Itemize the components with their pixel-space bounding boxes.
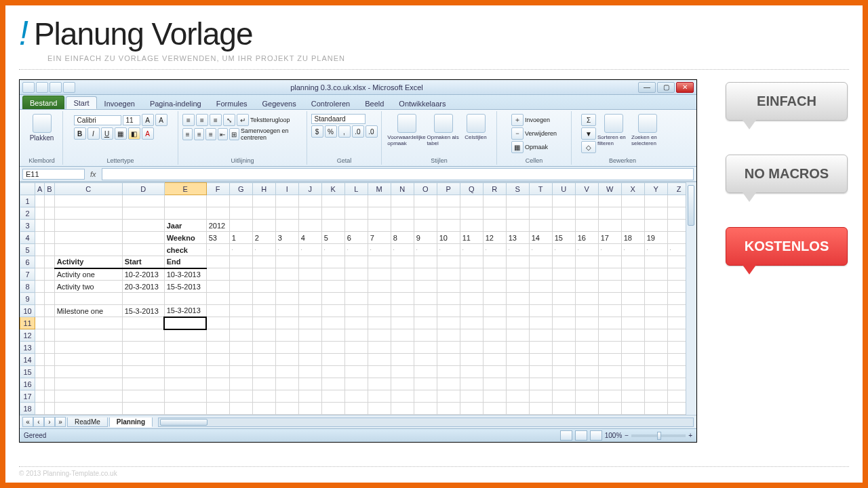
cell-Y16[interactable]: [644, 378, 667, 390]
cell-I12[interactable]: [275, 329, 298, 342]
file-tab[interactable]: Bestand: [22, 96, 64, 109]
cell-F13[interactable]: [206, 342, 229, 354]
cell-F10[interactable]: [206, 305, 229, 317]
cell-B4[interactable]: [45, 232, 54, 244]
cell-W16[interactable]: [598, 378, 621, 390]
save-icon[interactable]: [36, 82, 48, 93]
cell-T16[interactable]: [529, 378, 552, 390]
cell-D13[interactable]: [122, 342, 164, 354]
view-layout-icon[interactable]: [575, 430, 587, 441]
cell-B13[interactable]: [45, 342, 54, 354]
cell-Y17[interactable]: [644, 390, 667, 403]
cell-E8[interactable]: 15-5-2013: [164, 281, 206, 293]
cell-J8[interactable]: [298, 281, 321, 293]
tab-start[interactable]: Start: [66, 96, 96, 109]
tab-pagina[interactable]: Pagina-indeling: [142, 97, 209, 109]
cell-I3[interactable]: [275, 220, 298, 232]
cell-W1[interactable]: [598, 195, 621, 207]
cell-E1[interactable]: [164, 195, 206, 207]
shrink-font-icon[interactable]: A: [155, 114, 167, 126]
cell-D8[interactable]: 20-3-2013: [122, 281, 164, 293]
sheet-tab-readme[interactable]: ReadMe: [67, 418, 108, 427]
col-header-I[interactable]: I: [275, 183, 298, 195]
cell-E16[interactable]: [164, 378, 206, 390]
cell-H7[interactable]: [252, 268, 275, 281]
cell-X11[interactable]: [621, 317, 644, 329]
cell-N1[interactable]: [391, 195, 414, 207]
cell-O11[interactable]: [414, 317, 437, 329]
cell-E4[interactable]: Weekno: [164, 232, 206, 244]
cell-X3[interactable]: [621, 220, 644, 232]
cell-Y6[interactable]: [644, 256, 667, 268]
cell-C6[interactable]: Activity: [54, 256, 122, 268]
cell-G10[interactable]: [229, 305, 252, 317]
cell-C7[interactable]: Activity one: [54, 268, 122, 281]
cell-I15[interactable]: [275, 366, 298, 378]
cell-F11[interactable]: [206, 317, 229, 329]
cell-G9[interactable]: [229, 293, 252, 305]
cell-O12[interactable]: [414, 329, 437, 342]
row-header-1[interactable]: 1: [20, 195, 35, 207]
cell-R14[interactable]: [483, 354, 506, 366]
cell-N5[interactable]: ·: [391, 244, 414, 256]
tab-beeld[interactable]: Beeld: [357, 97, 391, 109]
cell-O2[interactable]: [414, 207, 437, 220]
cell-U11[interactable]: [552, 317, 575, 329]
cell-E7[interactable]: 10-3-2013: [164, 268, 206, 281]
cell-D10[interactable]: 15-3-2013: [122, 305, 164, 317]
cell-N18[interactable]: [391, 403, 414, 415]
cell-F4[interactable]: 53: [206, 232, 229, 244]
cell-M7[interactable]: [368, 268, 391, 281]
cell-A8[interactable]: [35, 281, 45, 293]
cell-T11[interactable]: [529, 317, 552, 329]
merge-button[interactable]: ⊞Samenvoegen en centreren: [229, 127, 302, 141]
cell-M2[interactable]: [368, 207, 391, 220]
cell-S4[interactable]: 13: [506, 232, 529, 244]
cell-V15[interactable]: [575, 366, 598, 378]
cell-O15[interactable]: [414, 366, 437, 378]
worksheet-grid[interactable]: ABCDEFGHIJKLMNOPQRSTUVWXYZ123Jaar20124We…: [20, 182, 696, 415]
row-header-10[interactable]: 10: [20, 305, 35, 317]
cell-Y19[interactable]: [644, 415, 667, 415]
cell-L4[interactable]: 6: [344, 232, 368, 244]
cell-F12[interactable]: [206, 329, 229, 342]
zoom-slider[interactable]: [631, 434, 686, 437]
row-header-6[interactable]: 6: [20, 256, 35, 268]
cell-C3[interactable]: [54, 220, 122, 232]
col-header-F[interactable]: F: [206, 183, 229, 195]
cell-Y3[interactable]: [644, 220, 667, 232]
cond-format-button[interactable]: Voorwaardelijke opmaak: [388, 114, 426, 146]
tab-invoegen[interactable]: Invoegen: [97, 97, 142, 109]
cell-F1[interactable]: [206, 195, 229, 207]
cell-P13[interactable]: [437, 342, 460, 354]
cell-U16[interactable]: [552, 378, 575, 390]
cell-N19[interactable]: [391, 415, 414, 415]
cell-K18[interactable]: [321, 403, 344, 415]
view-normal-icon[interactable]: [560, 430, 572, 441]
cell-W12[interactable]: [598, 329, 621, 342]
cell-K19[interactable]: [321, 415, 344, 415]
cell-Q6[interactable]: [460, 256, 483, 268]
cell-K17[interactable]: [321, 390, 344, 403]
cell-I18[interactable]: [275, 403, 298, 415]
cell-I16[interactable]: [275, 378, 298, 390]
cell-Q11[interactable]: [460, 317, 483, 329]
cell-R15[interactable]: [483, 366, 506, 378]
insert-row-button[interactable]: ＋Invoegen: [511, 114, 557, 126]
cell-B19[interactable]: [45, 415, 54, 415]
cell-G17[interactable]: [229, 390, 252, 403]
row-header-2[interactable]: 2: [20, 207, 35, 220]
cell-D14[interactable]: [122, 354, 164, 366]
cell-A7[interactable]: [35, 268, 45, 281]
cell-P8[interactable]: [437, 281, 460, 293]
cell-H2[interactable]: [252, 207, 275, 220]
cell-R4[interactable]: 12: [483, 232, 506, 244]
cell-Y10[interactable]: [644, 305, 667, 317]
inc-decimal-icon[interactable]: .0: [352, 125, 364, 138]
cell-F6[interactable]: [206, 256, 229, 268]
cell-J13[interactable]: [298, 342, 321, 354]
cell-X17[interactable]: [621, 390, 644, 403]
cell-G8[interactable]: [229, 281, 252, 293]
cell-P1[interactable]: [437, 195, 460, 207]
cell-E18[interactable]: [164, 403, 206, 415]
